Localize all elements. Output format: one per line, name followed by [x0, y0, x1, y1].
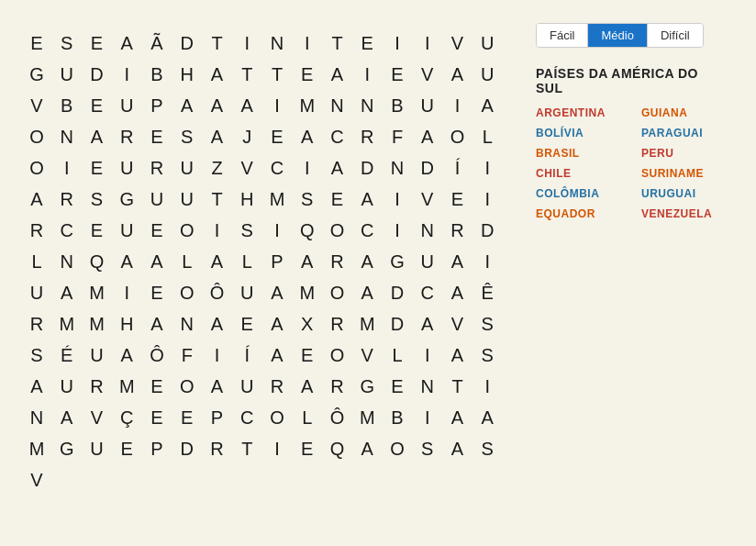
cell-5-13[interactable]: M — [263, 184, 293, 215]
cell-9-12[interactable]: H — [113, 308, 142, 340]
cell-9-6[interactable]: C — [414, 277, 443, 308]
cell-2-5[interactable]: U — [113, 90, 142, 121]
cell-1-12[interactable]: I — [353, 59, 383, 90]
word-right-2[interactable]: PERU — [641, 147, 728, 160]
cell-10-5[interactable]: M — [353, 308, 383, 340]
cell-9-9[interactable]: R — [23, 308, 52, 340]
cell-6-4[interactable]: E — [444, 184, 473, 215]
cell-7-9[interactable]: Q — [83, 246, 113, 277]
hard-button[interactable]: Difícil — [648, 24, 703, 47]
cell-7-12[interactable]: L — [173, 246, 203, 277]
cell-3-14[interactable]: R — [353, 121, 383, 152]
cell-2-10[interactable]: I — [263, 90, 293, 121]
cell-0-3[interactable]: A — [113, 28, 142, 59]
cell-14-8[interactable]: Q — [324, 433, 353, 464]
cell-6-7[interactable]: C — [53, 215, 83, 246]
cell-3-0[interactable]: U — [414, 90, 443, 121]
cell-2-13[interactable]: N — [353, 90, 383, 121]
cell-10-4[interactable]: R — [324, 308, 353, 340]
cell-3-6[interactable]: R — [113, 121, 142, 152]
cell-3-10[interactable]: J — [233, 121, 262, 152]
cell-12-14[interactable]: V — [83, 402, 113, 433]
cell-11-10[interactable]: S — [473, 340, 503, 371]
cell-12-1[interactable]: O — [173, 371, 203, 402]
cell-2-6[interactable]: P — [143, 90, 172, 121]
cell-7-13[interactable]: A — [204, 246, 233, 277]
cell-13-10[interactable]: I — [414, 402, 443, 433]
cell-6-1[interactable]: A — [353, 184, 383, 215]
word-right-1[interactable]: PARAGUAI — [641, 127, 728, 139]
cell-4-14[interactable]: A — [324, 152, 353, 184]
cell-11-1[interactable]: I — [204, 340, 233, 371]
cell-7-0[interactable]: Q — [294, 215, 323, 246]
cell-9-10[interactable]: M — [53, 308, 83, 340]
cell-14-5[interactable]: T — [233, 433, 262, 464]
cell-1-3[interactable]: D — [83, 59, 113, 90]
word-left-1[interactable]: BOLÍVIA — [536, 127, 623, 139]
cell-0-11[interactable]: E — [353, 28, 383, 59]
cell-0-8[interactable]: N — [263, 28, 293, 59]
cell-3-9[interactable]: A — [204, 121, 233, 152]
cell-2-3[interactable]: B — [53, 90, 83, 121]
cell-8-13[interactable]: O — [173, 277, 203, 308]
word-left-3[interactable]: CHILE — [536, 167, 623, 180]
cell-4-10[interactable]: Z — [204, 152, 233, 184]
cell-6-12[interactable]: I — [204, 215, 233, 246]
cell-3-7[interactable]: E — [143, 121, 172, 152]
word-right-4[interactable]: URUGUAI — [641, 187, 728, 200]
cell-7-7[interactable]: L — [23, 246, 52, 277]
cell-1-6[interactable]: H — [173, 59, 203, 90]
cell-9-2[interactable]: M — [294, 277, 323, 308]
cell-9-1[interactable]: A — [263, 277, 293, 308]
cell-13-5[interactable]: O — [263, 402, 293, 433]
cell-6-10[interactable]: E — [143, 215, 172, 246]
cell-14-6[interactable]: I — [263, 433, 293, 464]
cell-12-9[interactable]: N — [414, 371, 443, 402]
cell-10-9[interactable]: S — [473, 308, 503, 340]
cell-3-4[interactable]: N — [53, 121, 83, 152]
cell-3-11[interactable]: E — [263, 121, 293, 152]
cell-7-1[interactable]: O — [324, 215, 353, 246]
cell-3-13[interactable]: C — [324, 121, 353, 152]
cell-10-8[interactable]: V — [444, 308, 473, 340]
cell-8-10[interactable]: M — [83, 277, 113, 308]
cell-3-5[interactable]: A — [83, 121, 113, 152]
cell-5-0[interactable]: D — [353, 152, 383, 184]
cell-1-5[interactable]: B — [143, 59, 172, 90]
cell-14-1[interactable]: E — [113, 433, 142, 464]
cell-4-8[interactable]: R — [143, 152, 172, 184]
cell-11-5[interactable]: O — [324, 340, 353, 371]
cell-13-9[interactable]: B — [384, 402, 413, 433]
cell-1-11[interactable]: A — [324, 59, 353, 90]
cell-14-11[interactable]: S — [414, 433, 443, 464]
word-right-3[interactable]: SURINAME — [641, 167, 728, 180]
cell-9-7[interactable]: A — [444, 277, 473, 308]
cell-11-6[interactable]: V — [353, 340, 383, 371]
cell-12-2[interactable]: A — [204, 371, 233, 402]
cell-10-13[interactable]: A — [113, 340, 142, 371]
cell-5-9[interactable]: U — [143, 184, 172, 215]
cell-5-1[interactable]: N — [384, 152, 413, 184]
cell-8-5[interactable]: U — [414, 246, 443, 277]
cell-6-5[interactable]: I — [473, 184, 503, 215]
cell-14-3[interactable]: D — [173, 433, 203, 464]
cell-2-8[interactable]: A — [204, 90, 233, 121]
cell-6-2[interactable]: I — [384, 184, 413, 215]
cell-13-7[interactable]: Ô — [324, 402, 353, 433]
cell-8-9[interactable]: A — [53, 277, 83, 308]
word-right-0[interactable]: GUIANA — [641, 106, 728, 119]
cell-1-13[interactable]: E — [384, 59, 413, 90]
cell-2-9[interactable]: A — [233, 90, 262, 121]
cell-11-4[interactable]: E — [294, 340, 323, 371]
cell-0-14[interactable]: V — [444, 28, 473, 59]
cell-0-12[interactable]: I — [384, 28, 413, 59]
cell-3-2[interactable]: A — [473, 90, 503, 121]
word-left-4[interactable]: COLÔMBIA — [536, 187, 623, 200]
cell-11-8[interactable]: I — [414, 340, 443, 371]
cell-10-11[interactable]: É — [53, 340, 83, 371]
cell-10-0[interactable]: A — [204, 308, 233, 340]
cell-0-13[interactable]: I — [414, 28, 443, 59]
cell-0-7[interactable]: I — [233, 28, 262, 59]
cell-10-12[interactable]: U — [83, 340, 113, 371]
cell-6-9[interactable]: U — [113, 215, 142, 246]
